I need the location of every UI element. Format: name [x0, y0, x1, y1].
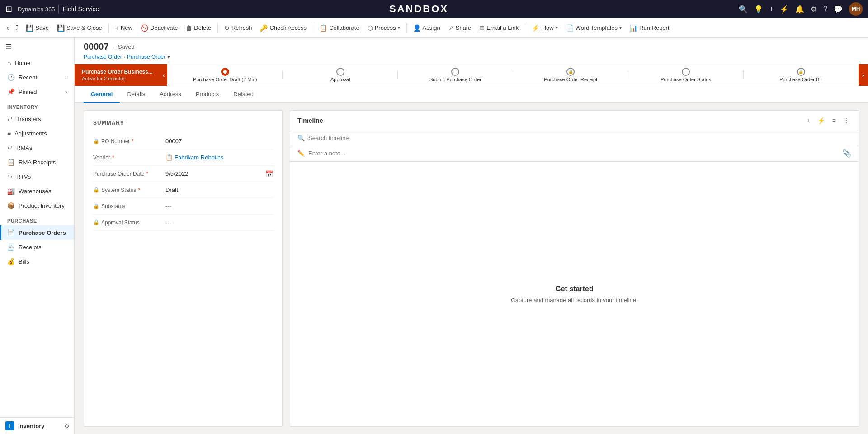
- flow-button[interactable]: ⚡ Flow ▾: [528, 23, 561, 33]
- back-button[interactable]: ‹: [4, 22, 11, 34]
- tab-address[interactable]: Address: [152, 86, 189, 103]
- sidebar-item-adjustments[interactable]: ≡ Adjustments: [0, 126, 74, 140]
- process-stage-approval[interactable]: Approval: [283, 64, 398, 86]
- stage-circle-draft: [221, 68, 229, 76]
- process-stage-receipt[interactable]: 🔒 Purchase Order Receipt: [513, 64, 628, 86]
- process-bar: Purchase Order Business... Active for 2 …: [75, 64, 868, 86]
- record-header: 00007 - Saved Purchase Order · Purchase …: [75, 38, 868, 64]
- avatar[interactable]: MH: [849, 2, 863, 16]
- system-status-value[interactable]: Draft: [165, 187, 273, 193]
- tab-details[interactable]: Details: [120, 86, 152, 103]
- vendor-value[interactable]: 📋 Fabrikam Robotics: [165, 154, 273, 161]
- vendor-icon: 📋: [165, 154, 173, 161]
- calendar-icon[interactable]: 📅: [265, 170, 273, 177]
- module-label[interactable]: Field Service: [62, 5, 99, 13]
- breadcrumb-current[interactable]: Purchase Order: [127, 54, 165, 60]
- stage-label-receipt: Purchase Order Receipt: [544, 77, 597, 82]
- process-next-button[interactable]: ›: [859, 64, 868, 86]
- sidebar-bottom-inventory[interactable]: I Inventory ◇: [0, 417, 74, 434]
- timeline-add-icon[interactable]: +: [805, 116, 812, 125]
- process-stage-bill[interactable]: 🔒 Purchase Order Bill: [744, 64, 859, 86]
- stage-circle-submit: [451, 68, 459, 76]
- process-stage-submit[interactable]: Submit Purchase Order: [398, 64, 513, 86]
- tab-products[interactable]: Products: [189, 86, 226, 103]
- waffle-icon[interactable]: ⊞: [5, 4, 12, 14]
- email-icon: ✉: [479, 24, 485, 32]
- save-close-button[interactable]: 💾 Save & Close: [53, 23, 106, 33]
- warehouses-icon: 🏭: [7, 187, 15, 195]
- sidebar-item-transfers[interactable]: ⇄ Transfers: [0, 112, 74, 126]
- process-stage-draft[interactable]: Purchase Order Draft (2 Min): [167, 64, 283, 86]
- sidebar-item-bills[interactable]: 💰 Bills: [0, 254, 74, 269]
- add-icon[interactable]: +: [769, 5, 774, 13]
- sidebar-item-recent[interactable]: 🕐 Recent ›: [0, 70, 74, 84]
- sidebar-item-rma-receipts[interactable]: 📋 RMA Receipts: [0, 155, 74, 169]
- sidebar-item-receipts[interactable]: 🧾 Receipts: [0, 240, 74, 254]
- timeline-search-input[interactable]: [308, 135, 851, 141]
- forward-button[interactable]: ⤴: [12, 22, 21, 34]
- breadcrumb-dropdown-icon[interactable]: ▾: [167, 54, 170, 60]
- sidebar-item-rtvs[interactable]: ↪ RTVs: [0, 169, 74, 184]
- save-button[interactable]: 💾 Save: [22, 23, 52, 33]
- process-collapse-button[interactable]: ‹: [160, 64, 168, 86]
- refresh-button[interactable]: ↻ Refresh: [221, 23, 256, 33]
- substatus-value[interactable]: ---: [165, 203, 273, 210]
- timeline-list-icon[interactable]: ≡: [830, 116, 838, 125]
- stage-label-approval: Approval: [330, 77, 350, 82]
- sidebar-item-rmas[interactable]: ↩ RMAs: [0, 140, 74, 155]
- note-input[interactable]: [308, 150, 839, 157]
- tab-related[interactable]: Related: [226, 86, 261, 103]
- share-icon: ↗: [448, 24, 454, 32]
- sidebar-item-purchase-orders[interactable]: 📄 Purchase Orders: [0, 225, 74, 240]
- sidebar-toggle[interactable]: ☰: [0, 38, 74, 56]
- timeline-more-icon[interactable]: ⋮: [841, 116, 851, 125]
- timeline-card: Timeline + ⚡ ≡ ⋮ 🔍 ✏️ 📎: [290, 110, 859, 427]
- search-icon[interactable]: 🔍: [739, 5, 748, 14]
- settings-icon[interactable]: ⚙: [811, 5, 817, 14]
- stage-circle-approval: [336, 68, 344, 76]
- filter-icon[interactable]: ⚡: [780, 5, 789, 14]
- lightbulb-icon[interactable]: 💡: [754, 5, 763, 14]
- approval-status-value[interactable]: ---: [165, 219, 273, 226]
- po-number-value[interactable]: 00007: [165, 138, 273, 145]
- sidebar-item-warehouses[interactable]: 🏭 Warehouses: [0, 184, 74, 198]
- tab-general[interactable]: General: [84, 86, 120, 103]
- word-templates-button[interactable]: 📄 Word Templates ▾: [562, 23, 625, 33]
- flow-dropdown-icon: ▾: [556, 25, 558, 30]
- chat-icon[interactable]: 💬: [834, 5, 843, 14]
- rma-receipts-icon: 📋: [7, 159, 15, 166]
- new-button[interactable]: + New: [112, 23, 136, 33]
- sidebar-item-pinned[interactable]: 📌 Pinned ›: [0, 84, 74, 99]
- note-attach-icon[interactable]: 📎: [842, 149, 851, 158]
- timeline-filter-icon[interactable]: ⚡: [816, 116, 827, 125]
- help-icon[interactable]: ?: [823, 5, 827, 13]
- process-button[interactable]: ⬡ Process ▾: [364, 23, 404, 33]
- stage-label-draft: Purchase Order Draft (2 Min): [193, 77, 257, 82]
- brand-divider: [58, 5, 59, 14]
- collaborate-button[interactable]: 📋 Collaborate: [316, 23, 363, 33]
- process-stage-status[interactable]: Purchase Order Status: [628, 64, 744, 86]
- breadcrumb-parent[interactable]: Purchase Order: [84, 54, 122, 60]
- process-active-stage[interactable]: Purchase Order Business... Active for 2 …: [75, 64, 160, 86]
- cmd-sep-2: [217, 23, 218, 33]
- sidebar-item-product-inventory[interactable]: 📦 Product Inventory: [0, 198, 74, 213]
- check-access-button[interactable]: 🔑 Check Access: [256, 23, 310, 33]
- d365-label[interactable]: Dynamics 365: [18, 6, 55, 13]
- run-report-button[interactable]: 📊 Run Report: [626, 23, 673, 33]
- share-button[interactable]: ↗ Share: [445, 23, 475, 33]
- active-stage-sub: Active for 2 minutes: [82, 76, 153, 81]
- timeline-empty-title: Get started: [555, 285, 593, 293]
- assign-button[interactable]: 👤 Assign: [410, 23, 444, 33]
- field-vendor: Vendor * 📋 Fabrikam Robotics: [93, 149, 273, 166]
- record-title-row: 00007 - Saved: [84, 42, 859, 52]
- delete-button[interactable]: 🗑 Delete: [182, 23, 215, 33]
- record-id: 00007: [84, 42, 109, 52]
- adjustments-icon: ≡: [7, 130, 11, 137]
- word-templates-icon: 📄: [566, 24, 574, 32]
- bell-icon[interactable]: 🔔: [795, 5, 804, 14]
- sidebar-item-home[interactable]: ⌂ Home: [0, 56, 74, 70]
- sandbox-label: SANDBOX: [104, 3, 733, 15]
- save-close-icon: 💾: [57, 24, 65, 32]
- deactivate-button[interactable]: 🚫 Deactivate: [137, 23, 181, 33]
- email-link-button[interactable]: ✉ Email a Link: [476, 23, 522, 33]
